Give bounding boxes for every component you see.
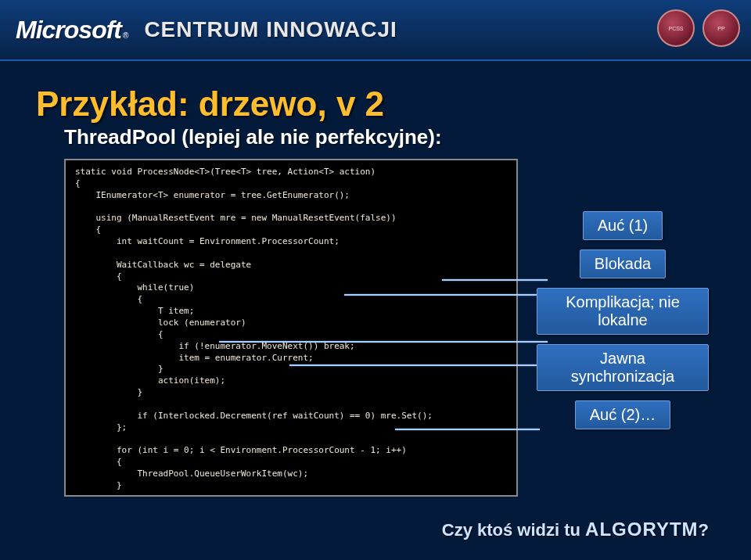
callouts-column: Auć (1) Blokada Komplikacja; nie lokalne… [537,211,709,429]
seal-icon: PCSS [657,9,695,47]
connector-line [219,341,548,343]
code-block: static void ProcessNode<T>(Tree<T> tree,… [64,159,518,497]
connector-line [395,429,540,430]
slide-body: Przykład: drzewo, v 2 ThreadPool (lepiej… [0,61,751,512]
slide-title: Przykład: drzewo, v 2 [36,84,715,124]
callout-pain-2: Auć (2)… [575,400,670,429]
microsoft-logo: Microsoft ® [16,16,128,45]
partner-logos: PCSS PP [657,9,740,47]
callout-sync: Jawna synchronizacja [537,344,709,391]
slide-subtitle: ThreadPool (lepiej ale nie perfekcyjne): [64,125,715,149]
connector-line [289,364,548,366]
callout-complication: Komplikacja; nie lokalne [537,288,709,335]
question-big: ALGORYTM [585,519,698,540]
question-prefix: Czy ktoś widzi tu [442,520,585,540]
header-bar: Microsoft ® CENTRUM INNOWACJI PCSS PP [0,0,751,61]
callout-pain-1: Auć (1) [583,211,663,240]
logo-text: Microsoft [16,16,121,45]
question-text: Czy ktoś widzi tu ALGORYTM? [442,519,709,540]
logo-registered: ® [123,31,128,40]
question-suffix: ? [699,520,709,540]
centrum-title: CENTRUM INNOWACJI [144,17,397,42]
seal-icon: PP [702,9,740,47]
connector-line [442,279,548,281]
connector-line [344,294,548,296]
callout-lock: Blokada [580,249,666,278]
